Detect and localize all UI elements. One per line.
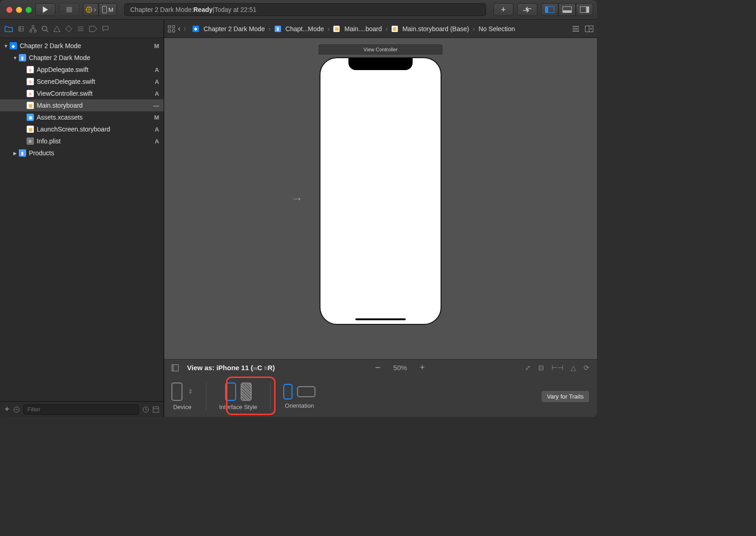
crumb-label[interactable]: Main....board <box>344 25 382 33</box>
disclosure-triangle-icon[interactable]: ▼ <box>4 44 8 49</box>
source-control-navigator-tab[interactable] <box>17 25 25 33</box>
disclosure-triangle-icon[interactable]: ▼ <box>13 55 17 60</box>
zoom-out-button[interactable]: − <box>375 362 381 373</box>
plist-file-icon: ≡ <box>27 137 34 145</box>
tree-file[interactable]: s AppDelegate.swift A <box>0 64 164 76</box>
add-button[interactable]: + <box>5 405 10 414</box>
orientation-picker[interactable]: Orientation <box>283 384 315 409</box>
crumb-label[interactable]: No Selection <box>479 25 515 33</box>
debug-navigator-tab[interactable] <box>77 25 84 33</box>
scm-badge: A <box>155 66 159 73</box>
scene-title-bar[interactable]: View Controller <box>319 44 442 55</box>
tree-file[interactable]: s SceneDelegate.swift A <box>0 76 164 88</box>
scheme-selector[interactable]: › M <box>83 3 117 16</box>
project-icon: ◆ <box>10 42 17 49</box>
outline-toggle[interactable] <box>171 364 179 372</box>
device-picker[interactable]: ⇕ Device <box>171 383 193 410</box>
add-editor-button[interactable] <box>585 26 593 32</box>
adjust-editor-button[interactable] <box>572 26 579 32</box>
device-preview[interactable] <box>320 57 441 325</box>
dark-style-button[interactable] <box>241 383 252 401</box>
scene-title: View Controller <box>364 47 397 52</box>
device-target-label: M <box>109 6 114 13</box>
toggle-right-panel[interactable] <box>576 3 593 16</box>
library-button[interactable]: + <box>493 3 513 16</box>
device-picker-label: Device <box>173 404 192 410</box>
report-navigator-tab[interactable] <box>102 25 109 33</box>
folder-icon <box>5 25 13 33</box>
zoom-level[interactable]: 50% <box>393 364 407 372</box>
stop-button[interactable] <box>59 3 79 16</box>
device-notch <box>348 58 413 70</box>
find-navigator-tab[interactable] <box>41 25 49 33</box>
tree-file-selected[interactable]: ▦ Main.storyboard — <box>0 99 164 111</box>
svg-rect-6 <box>563 11 572 13</box>
stepper-icon[interactable]: ⇕ <box>188 388 193 395</box>
storyboard-file-icon: ▦ <box>27 126 34 133</box>
crumb-label[interactable]: Main.storyboard (Base) <box>403 25 469 33</box>
landscape-button[interactable] <box>297 386 315 397</box>
portrait-button[interactable] <box>283 384 292 399</box>
crumb-label[interactable]: Chapter 2 Dark Mode <box>204 25 265 33</box>
vary-for-traits-button[interactable]: Vary for Traits <box>541 390 590 403</box>
crumb-label[interactable]: Chapt...Mode <box>286 25 324 33</box>
activity-status[interactable]: Chapter 2 Dark Mode: Ready | Today at 22… <box>124 3 486 16</box>
tree-file[interactable]: ▣ Assets.xcassets M <box>0 111 164 123</box>
home-indicator <box>355 318 406 320</box>
close-window-button[interactable] <box>6 7 12 13</box>
tree-label: SceneDelegate.swift <box>37 78 95 85</box>
light-style-button[interactable] <box>225 383 236 401</box>
zoom-window-button[interactable] <box>26 7 32 13</box>
app-target-segment[interactable]: › <box>83 3 99 16</box>
tree-file[interactable]: ≡ Info.plist A <box>0 135 164 147</box>
project-tree[interactable]: ▼ ◆ Chapter 2 Dark Mode M ▼ ▮ Chapter 2 … <box>0 38 164 401</box>
filter-input[interactable] <box>23 405 139 415</box>
test-navigator-tab[interactable] <box>65 25 72 33</box>
phone-icon <box>102 6 107 13</box>
storyboard-canvas[interactable]: View Controller → <box>164 38 597 359</box>
issue-navigator-tab[interactable] <box>53 25 61 33</box>
breakpoint-navigator-tab[interactable] <box>89 26 97 32</box>
related-items-button[interactable] <box>168 25 175 33</box>
navigator-tabs <box>0 20 164 38</box>
scm-filter-button[interactable] <box>153 406 159 413</box>
toggle-bottom-panel[interactable] <box>558 3 576 16</box>
align-button[interactable]: ⊟ <box>538 364 544 372</box>
forward-button[interactable]: › <box>183 24 186 33</box>
zoom-in-button[interactable]: + <box>420 363 425 372</box>
svg-marker-0 <box>43 6 48 13</box>
tree-label: AppDelegate.swift <box>37 66 88 73</box>
run-button[interactable] <box>35 3 55 16</box>
resolve-button[interactable]: △ <box>571 364 576 372</box>
svg-rect-15 <box>153 407 159 412</box>
tree-file[interactable]: ▦ LaunchScreen.storyboard A <box>0 123 164 135</box>
interface-style-picker[interactable]: Interface Style <box>219 383 257 410</box>
tree-group-folder[interactable]: ▼ ▮ Chapter 2 Dark Mode <box>0 52 164 64</box>
recent-filter-button[interactable] <box>143 406 149 413</box>
toggle-left-panel[interactable] <box>541 3 558 16</box>
folder-icon: ▮ <box>19 149 26 157</box>
code-review-button[interactable] <box>517 3 537 16</box>
tree-file[interactable]: s ViewController.swift A <box>0 88 164 99</box>
update-frames-button[interactable]: ⟳ <box>584 364 590 372</box>
minimize-window-button[interactable] <box>16 7 22 13</box>
filter-scope-button[interactable] <box>13 406 20 413</box>
scm-badge: A <box>155 90 159 97</box>
status-state: Ready <box>193 6 213 13</box>
breadcrumb[interactable]: ◆ Chapter 2 Dark Mode › ▮ Chapt...Mode ›… <box>193 25 515 33</box>
project-navigator-tab[interactable] <box>5 25 13 33</box>
symbol-navigator-tab[interactable] <box>29 25 37 33</box>
device-thumb[interactable] <box>171 383 182 401</box>
pin-button[interactable]: ⊢⊣ <box>552 364 563 372</box>
tree-products-folder[interactable]: ▶ ▮ Products <box>0 147 164 159</box>
tree-project-root[interactable]: ▼ ◆ Chapter 2 Dark Mode M <box>0 40 164 52</box>
embed-button[interactable]: ⤢ <box>525 364 531 372</box>
back-button[interactable]: ‹ <box>178 24 181 33</box>
initial-vc-arrow-icon[interactable]: → <box>291 191 303 206</box>
view-as-label[interactable]: View as: iPhone 11 (wC hR) <box>187 364 275 372</box>
canvas-options: ⤢ ⊟ ⊢⊣ △ ⟳ <box>525 364 590 372</box>
folder-icon: ▮ <box>19 54 26 61</box>
device-target-segment[interactable]: M <box>99 3 117 16</box>
disclosure-triangle-icon[interactable]: ▶ <box>13 151 17 156</box>
tree-label: Products <box>29 149 54 157</box>
